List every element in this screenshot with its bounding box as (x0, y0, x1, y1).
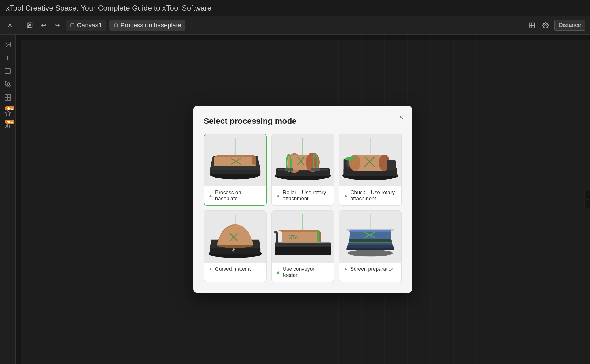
svg-rect-72 (274, 231, 277, 233)
modal-title: Select processing mode (204, 117, 402, 126)
svg-rect-13 (5, 95, 7, 97)
option-image-conveyor: XTc (272, 211, 334, 263)
modal-overlay: Select processing mode × (16, 35, 590, 364)
svg-marker-19 (210, 170, 261, 174)
svg-point-75 (348, 249, 393, 256)
sidebar-item-ai[interactable]: New Ai (2, 121, 13, 132)
svg-rect-66 (275, 245, 331, 246)
chuck-label: ▲ Chuck – Use rotary attachment (339, 186, 401, 205)
option-process-on-baseplate[interactable]: ▲ Process on baseplate (204, 134, 267, 206)
toolbar: ✕ ↩ ↪ Canvas1 Process on baseplate Dista… (0, 16, 590, 35)
svg-rect-11 (5, 68, 10, 74)
option-image-baseplate (204, 134, 266, 186)
close-button[interactable]: ✕ (5, 20, 15, 31)
process-tab-label: Process on baseplate (120, 22, 181, 29)
svg-point-12 (7, 83, 8, 85)
sidebar-item-draw[interactable] (2, 79, 13, 90)
new-badge-ai: New (5, 120, 14, 124)
toolbar-right: Distance (527, 20, 585, 31)
svg-rect-14 (8, 95, 11, 97)
processing-mode-modal: Select processing mode × (193, 106, 412, 293)
roller-label: ▲ Roller – Use rotary attachment (272, 186, 334, 205)
baseplate-icon: ▲ (208, 193, 213, 198)
svg-rect-15 (5, 98, 7, 100)
curved-icon: ▲ (208, 266, 213, 272)
svg-rect-73 (317, 230, 319, 242)
new-badge-stamp: New (5, 106, 14, 110)
option-image-screen (339, 211, 401, 263)
svg-marker-77 (347, 248, 394, 250)
process-tab[interactable]: Process on baseplate (109, 20, 186, 31)
modal-close-button[interactable]: × (396, 112, 406, 122)
screen-icon: ▲ (343, 266, 348, 272)
distance-button[interactable]: Distance (554, 20, 585, 31)
window-title: xTool Creative Space: Your Complete Guid… (6, 4, 211, 13)
toolbar-separator (20, 21, 20, 29)
title-bar: xTool Creative Space: Your Complete Guid… (0, 0, 590, 16)
option-curved[interactable]: ▲ Curved material (204, 210, 267, 282)
main-layout: T New New Ai › Select processing mode (0, 35, 590, 364)
redo-button[interactable]: ↪ (52, 20, 63, 31)
svg-marker-17 (5, 110, 11, 116)
svg-marker-68 (282, 232, 321, 242)
settings-icon[interactable] (540, 20, 551, 31)
undo-button[interactable]: ↩ (38, 20, 49, 31)
svg-rect-1 (29, 23, 31, 24)
svg-rect-6 (529, 25, 532, 28)
option-image-curved (204, 211, 266, 263)
sidebar-item-shape[interactable] (2, 66, 13, 77)
option-chuck[interactable]: i (339, 134, 402, 206)
svg-rect-3 (71, 24, 74, 27)
svg-rect-4 (529, 23, 532, 25)
svg-rect-64 (275, 242, 331, 247)
options-grid: ▲ Process on baseplate (204, 134, 402, 282)
svg-marker-57 (210, 248, 261, 254)
sidebar-item-group[interactable] (2, 92, 13, 103)
option-image-chuck (339, 134, 401, 186)
chuck-icon: ▲ (343, 193, 348, 198)
svg-rect-53 (387, 160, 396, 170)
canvas1-tab-label: Canvas1 (77, 22, 102, 29)
canvas-area: › Select processing mode × (16, 35, 590, 364)
sidebar-item-stamp[interactable]: New (2, 108, 13, 119)
left-sidebar: T New New Ai (0, 35, 16, 364)
curved-label: ▲ Curved material (204, 263, 266, 276)
save-button[interactable] (24, 20, 35, 31)
conveyor-label: ▲ Use conveyor feeder (272, 263, 334, 282)
svg-marker-84 (347, 229, 394, 230)
option-image-roller (272, 134, 334, 186)
svg-point-8 (545, 24, 546, 26)
svg-marker-79 (349, 239, 392, 242)
svg-rect-39 (285, 168, 293, 171)
svg-point-49 (349, 155, 360, 171)
baseplate-label: ▲ Process on baseplate (204, 186, 266, 205)
option-conveyor[interactable]: XTc ▲ Use co (271, 210, 334, 282)
canvas1-tab[interactable]: Canvas1 (66, 20, 106, 31)
svg-marker-67 (277, 230, 321, 232)
svg-rect-65 (275, 243, 331, 244)
svg-rect-2 (28, 25, 31, 27)
svg-rect-5 (532, 23, 534, 25)
screen-label: ▲ Screen preparation (339, 263, 401, 276)
svg-rect-63 (275, 247, 331, 255)
svg-point-10 (6, 43, 7, 44)
svg-text:XTc: XTc (289, 234, 298, 240)
svg-marker-76 (347, 245, 394, 248)
option-roller[interactable]: ▲ Roller – Use rotary attachment (271, 134, 334, 206)
svg-rect-7 (532, 25, 534, 28)
roller-icon: ▲ (276, 193, 281, 198)
svg-rect-16 (8, 98, 11, 100)
svg-point-54 (345, 157, 355, 161)
sidebar-item-image[interactable] (2, 39, 13, 50)
view-icon[interactable] (527, 20, 537, 31)
option-screen[interactable]: ▲ Screen preparation (339, 210, 402, 282)
conveyor-icon: ▲ (276, 270, 281, 275)
svg-rect-40 (311, 168, 319, 171)
svg-marker-78 (348, 242, 393, 245)
sidebar-item-text[interactable]: T (2, 52, 13, 63)
